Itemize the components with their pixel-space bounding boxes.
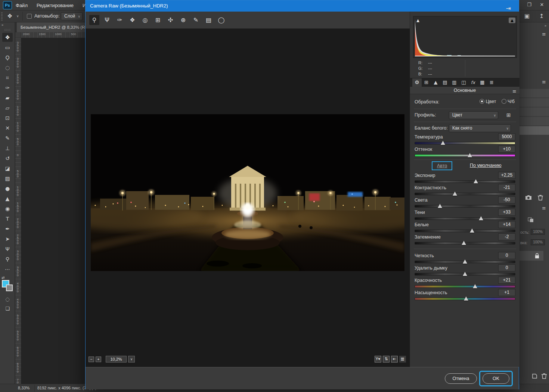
spot-healing-tool[interactable]: ▰ bbox=[2, 93, 13, 102]
zoom-tool[interactable]: ⚲ bbox=[2, 255, 13, 264]
preview-preferences[interactable]: ≣ bbox=[399, 356, 406, 363]
history-row-selected[interactable] bbox=[519, 126, 549, 135]
panel-menu-icon[interactable]: ≡ bbox=[542, 31, 546, 37]
cr-red-eye-tool[interactable]: ⊕ bbox=[178, 15, 188, 25]
content-aware-move-tool[interactable]: ✕ bbox=[2, 124, 13, 133]
status-zoom-level[interactable]: 8,33% bbox=[18, 386, 30, 390]
layers-panel-menu-icon[interactable]: ≡ bbox=[542, 205, 546, 211]
zoom-out-button[interactable]: − bbox=[89, 357, 94, 362]
pen-tool[interactable]: ✒ bbox=[2, 224, 13, 233]
copy-settings-toggle[interactable]: ⇤ bbox=[391, 356, 398, 363]
tab-effects[interactable]: fx bbox=[468, 78, 478, 87]
crop-tool[interactable]: ⌗ bbox=[2, 73, 13, 82]
background-color-swatch[interactable] bbox=[6, 284, 13, 291]
history-row[interactable] bbox=[519, 89, 549, 98]
sharpen-tool[interactable]: ▲ bbox=[2, 194, 13, 203]
slider-whites-track[interactable] bbox=[415, 230, 515, 232]
tab-lens-corrections[interactable]: ◫ bbox=[459, 78, 468, 87]
layer-lock-row[interactable] bbox=[519, 251, 543, 261]
type-tool[interactable]: T bbox=[2, 214, 13, 223]
slider-exposure-thumb[interactable] bbox=[474, 179, 478, 183]
cr-adjustment-brush-tool[interactable]: ✎ bbox=[191, 15, 201, 25]
zoom-level-value[interactable]: 10,2% bbox=[106, 356, 127, 363]
snapshot-camera-icon[interactable] bbox=[525, 194, 532, 201]
swap-settings-toggle[interactable]: ⇅ bbox=[383, 356, 390, 363]
toolbar-collapse-icon[interactable]: » bbox=[1, 23, 4, 27]
profile-browser-grid-icon[interactable]: ⊞ bbox=[506, 112, 514, 118]
processing-bw[interactable]: Ч/б bbox=[502, 99, 515, 104]
slider-dehaze-value[interactable]: 0 bbox=[498, 264, 515, 271]
dialog-title-bar[interactable]: Camera Raw (Безымянный_HDR2) bbox=[86, 0, 519, 12]
slider-blacks-value[interactable]: -2 bbox=[498, 233, 515, 240]
cr-radial-filter-tool[interactable]: ◯ bbox=[216, 15, 226, 25]
zoom-in-button[interactable]: + bbox=[96, 357, 101, 362]
slider-highlights-track[interactable] bbox=[415, 205, 515, 208]
clone-stamp-tool[interactable]: ⊥ bbox=[2, 144, 13, 153]
history-brush-tool[interactable]: ↺ bbox=[2, 154, 13, 163]
move-tool[interactable]: ✥ bbox=[2, 33, 13, 42]
auto-link[interactable]: Авто bbox=[432, 161, 452, 170]
history-row[interactable] bbox=[519, 108, 549, 116]
cr-spot-removal-tool[interactable]: ✣ bbox=[165, 15, 176, 25]
document-tab[interactable]: Безымянный_HDR2 @ 8,33% (RG bbox=[17, 22, 92, 32]
slider-exposure-value[interactable]: +2,25 bbox=[498, 172, 515, 179]
slider-vibrance-value[interactable]: +21 bbox=[498, 277, 515, 284]
slider-highlights-thumb[interactable] bbox=[438, 204, 442, 208]
autoselect-target-dropdown[interactable]: Слой∨ bbox=[61, 12, 83, 20]
swap-colors-icon[interactable]: ⇄ bbox=[1, 276, 4, 280]
screen-mode-icon[interactable]: ❏ bbox=[2, 305, 13, 313]
tab-presets[interactable]: ≣ bbox=[487, 78, 496, 87]
processing-color-radio[interactable] bbox=[480, 99, 484, 104]
before-after-toggle[interactable]: Y▾ bbox=[375, 356, 381, 363]
cr-zoom-tool[interactable]: ⚲ bbox=[89, 15, 99, 25]
slider-tint-thumb[interactable] bbox=[468, 153, 472, 157]
slider-dehaze-track[interactable] bbox=[415, 273, 515, 276]
slider-contrast-thumb[interactable] bbox=[453, 192, 457, 196]
cr-targeted-adjustment-tool[interactable]: ◎ bbox=[140, 15, 150, 25]
panels-collapse-icon[interactable]: » bbox=[545, 24, 547, 28]
zoom-level-dropdown-icon[interactable]: ∨ bbox=[128, 356, 135, 363]
history-row[interactable] bbox=[519, 98, 549, 107]
gradient-tool[interactable]: ▨ bbox=[2, 174, 13, 183]
slider-whites-thumb[interactable] bbox=[470, 228, 474, 233]
eyedropper-tool[interactable]: ✑ bbox=[2, 83, 13, 92]
tab-basic[interactable]: ❂ bbox=[412, 78, 422, 87]
slider-tint-track[interactable] bbox=[415, 154, 515, 157]
lasso-tool[interactable]: Ϙ bbox=[2, 53, 13, 62]
tab-calibration[interactable]: ▦ bbox=[478, 78, 487, 87]
slider-vibrance-track[interactable] bbox=[415, 285, 515, 288]
profile-dropdown[interactable]: Цвет∨ bbox=[449, 111, 498, 119]
slider-temperature-thumb[interactable] bbox=[441, 141, 445, 145]
cr-white-balance-tool[interactable]: ✑ bbox=[115, 15, 125, 25]
eraser-tool[interactable]: ◪ bbox=[2, 164, 13, 173]
opacity-value[interactable]: 100% bbox=[531, 229, 545, 235]
tab-detail[interactable]: ▲ bbox=[431, 78, 440, 87]
slider-dehaze-thumb[interactable] bbox=[463, 272, 467, 276]
tab-split-toning[interactable]: ▥ bbox=[450, 78, 459, 87]
slider-exposure-track[interactable] bbox=[415, 180, 515, 183]
brush-tool[interactable]: ✎ bbox=[2, 134, 13, 143]
history-panel-menu-icon[interactable]: ≡ bbox=[542, 79, 546, 85]
cr-graduated-filter-tool[interactable]: ▤ bbox=[204, 15, 214, 25]
workspace-icon[interactable]: ▣ bbox=[524, 13, 530, 19]
slider-shadows-value[interactable]: +33 bbox=[498, 209, 515, 216]
white-balance-dropdown[interactable]: Как снято∨ bbox=[449, 124, 511, 132]
tab-tone-curve[interactable]: ⊞ bbox=[422, 78, 431, 87]
slider-contrast-track[interactable] bbox=[415, 193, 515, 195]
cr-transform-tool[interactable]: ⊞ bbox=[153, 15, 163, 25]
history-row[interactable] bbox=[519, 117, 549, 126]
slider-shadows-thumb[interactable] bbox=[479, 216, 483, 220]
slider-clarity-value[interactable]: 0 bbox=[498, 252, 515, 259]
slider-blacks-thumb[interactable] bbox=[462, 241, 466, 245]
quick-mask-icon[interactable]: ◌ bbox=[2, 295, 13, 304]
slider-highlights-value[interactable]: -50 bbox=[498, 196, 515, 203]
window-restore-button[interactable]: ❐ bbox=[524, 0, 535, 10]
slider-saturation-track[interactable] bbox=[415, 298, 515, 300]
delete-state-trash-icon[interactable] bbox=[537, 194, 544, 201]
chevron-down-icon[interactable]: ∨ bbox=[16, 14, 19, 18]
dodge-tool[interactable]: ◉ bbox=[2, 204, 13, 213]
autoselect-checkbox[interactable] bbox=[27, 14, 32, 19]
slider-vibrance-thumb[interactable] bbox=[473, 284, 477, 288]
edit-toolbar[interactable]: ⋯ bbox=[2, 265, 13, 274]
slider-saturation-thumb[interactable] bbox=[464, 296, 468, 301]
